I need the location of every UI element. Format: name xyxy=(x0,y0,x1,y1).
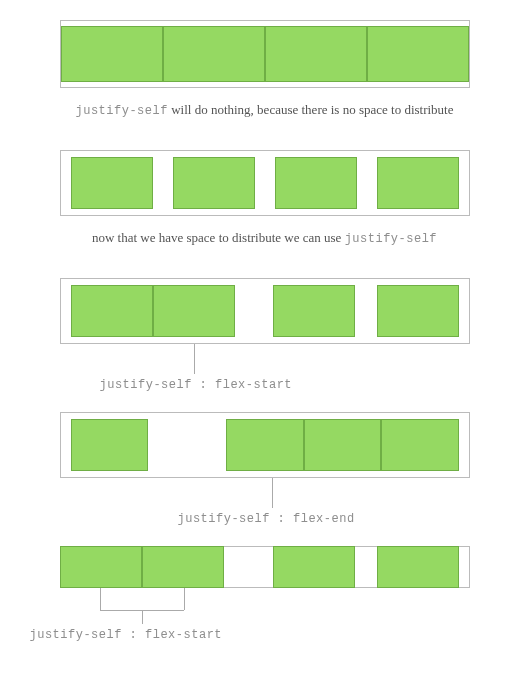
caption: justify-self will do nothing, because th… xyxy=(20,100,509,120)
flex-item xyxy=(173,157,255,209)
flex-row xyxy=(61,547,469,589)
callout-line xyxy=(194,344,195,374)
flex-item xyxy=(71,157,153,209)
code-token: justify-self xyxy=(345,232,437,246)
callout-bracket: justify-self : flex-start xyxy=(60,600,470,642)
flex-item xyxy=(273,546,355,588)
flex-item xyxy=(71,419,149,471)
flex-item xyxy=(71,285,153,337)
flex-container xyxy=(60,150,470,216)
flex-item xyxy=(304,419,382,471)
flex-item xyxy=(265,26,367,82)
example-flex-start-item2: justify-self : flex-start xyxy=(0,278,529,394)
callout-label: justify-self : flex-start xyxy=(100,378,293,392)
callout-line xyxy=(272,478,273,508)
bracket-right xyxy=(184,588,185,610)
flex-item xyxy=(163,26,265,82)
callout-label: justify-self : flex-start xyxy=(30,628,223,642)
flex-item xyxy=(142,546,224,588)
flex-row xyxy=(61,26,469,82)
caption: now that we have space to distribute we … xyxy=(20,228,509,248)
flex-container xyxy=(60,412,470,478)
caption-text: now that we have space to distribute we … xyxy=(92,230,345,245)
bracket-stem xyxy=(142,610,143,624)
flex-row xyxy=(71,419,459,471)
flex-item xyxy=(377,157,459,209)
callout-label: justify-self : flex-end xyxy=(178,512,355,526)
code-token: justify-self xyxy=(76,104,168,118)
flex-row xyxy=(71,157,459,209)
bracket-left xyxy=(100,588,101,610)
flex-row xyxy=(71,285,459,337)
flex-item xyxy=(275,157,357,209)
flex-item xyxy=(153,285,235,337)
caption-text: will do nothing, because there is no spa… xyxy=(168,102,454,117)
example-no-space: justify-self will do nothing, because th… xyxy=(0,20,529,120)
flex-item xyxy=(367,26,469,82)
flex-item xyxy=(61,26,163,82)
flex-item xyxy=(377,285,459,337)
flex-container xyxy=(60,20,470,88)
flex-item xyxy=(377,546,459,588)
example-flex-start-bracket: justify-self : flex-start xyxy=(0,546,529,642)
example-flex-end-item2: justify-self : flex-end xyxy=(0,412,529,528)
flex-container xyxy=(60,546,470,588)
flex-container xyxy=(60,278,470,344)
callout: justify-self : flex-end xyxy=(60,490,470,528)
flex-item xyxy=(60,546,142,588)
flex-item xyxy=(226,419,304,471)
example-space-between: now that we have space to distribute we … xyxy=(0,150,529,248)
flex-item xyxy=(381,419,459,471)
callout: justify-self : flex-start xyxy=(60,356,470,394)
flex-item xyxy=(273,285,355,337)
